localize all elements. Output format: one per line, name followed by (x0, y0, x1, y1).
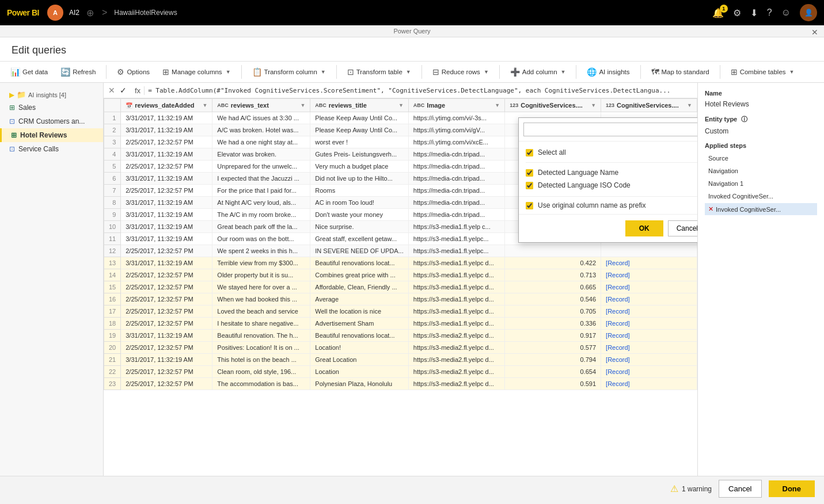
col-header-text[interactable]: ABC reviews_text ▼ (212, 99, 310, 112)
option2-checkbox[interactable] (526, 182, 533, 189)
settings-icon[interactable]: ⚙ (733, 7, 741, 18)
record-link[interactable]: [Record] (606, 332, 630, 339)
col-filter-text[interactable]: ▼ (300, 102, 305, 108)
applied-step[interactable]: Source (705, 152, 817, 164)
col-header-cog2[interactable]: 123 CognitiveServices.... ▼ (601, 99, 697, 112)
col-header-title[interactable]: ABC reviews_title ▼ (310, 99, 409, 112)
col-header-cog1[interactable]: 123 CognitiveServices.... ▼ (505, 99, 601, 112)
popup-option-1[interactable]: Detected Language Name (526, 166, 697, 179)
applied-step[interactable]: Invoked CognitiveSer... (705, 190, 817, 202)
row-number: 18 (104, 318, 121, 330)
cell-title: AC in room Too loud! (310, 197, 409, 209)
sidebar-item-sales[interactable]: ⊞ Sales (0, 101, 103, 114)
cell-record[interactable]: [Record] (601, 366, 697, 378)
step-label: Navigation (708, 167, 738, 174)
record-link[interactable]: [Record] (606, 259, 630, 266)
col-filter-date[interactable]: ▼ (202, 102, 207, 108)
cell-image: https://s3-media1.fl.yelpc d... (408, 306, 504, 318)
cell-record[interactable]: [Record] (601, 354, 697, 366)
step-label: Source (708, 155, 728, 162)
popup-ok-button[interactable]: OK (625, 220, 663, 236)
done-button[interactable]: Done (769, 480, 815, 497)
cell-record[interactable]: [Record] (601, 318, 697, 330)
cell-date: 2/25/2017, 12:32:57 PM (121, 269, 212, 281)
cell-record[interactable]: [Record] (601, 257, 697, 269)
reduce-rows-button[interactable]: ⊟ Reduce rows ▼ (428, 65, 493, 79)
applied-steps-title: Applied steps (705, 142, 817, 149)
combine-tables-button[interactable]: ⊞ Combine tables ▼ (726, 65, 799, 79)
col-header-image[interactable]: ABC Image ▼ (408, 99, 504, 112)
transform-table-button[interactable]: ⊡ Transform table ▼ (343, 65, 416, 79)
main-window: Edit queries 📊 Get data 🔄 Refresh ⚙ Opti… (0, 37, 824, 501)
record-link[interactable]: [Record] (606, 344, 630, 351)
sidebar-item-crm[interactable]: ⊡ CRM Customers an... (0, 114, 103, 128)
notification-button[interactable]: 🔔 1 (712, 7, 724, 18)
cell-text: At Night A/C very loud, als... (212, 197, 310, 209)
option1-checkbox[interactable] (526, 169, 533, 177)
bottom-cancel-button[interactable]: Cancel (719, 480, 761, 498)
col-header-date[interactable]: 📅 reviews_dateAdded ▼ (121, 99, 212, 112)
manage-columns-arrow: ▼ (226, 69, 231, 75)
cell-date: 2/25/2017, 12:32:57 PM (121, 136, 212, 148)
cell-record[interactable]: [Record] (601, 269, 697, 281)
options-button[interactable]: ⚙ Options (112, 65, 154, 79)
entity-type-info-icon[interactable]: ⓘ (741, 116, 747, 123)
row-number: 23 (104, 378, 121, 390)
popup-option-2[interactable]: Detected Language ISO Code (526, 179, 697, 192)
applied-step[interactable]: Navigation (705, 165, 817, 177)
formula-cancel-icon[interactable]: ✕ (107, 85, 116, 96)
col-filter-cog1[interactable]: ▼ (591, 102, 596, 108)
cell-record[interactable]: [Record] (601, 378, 697, 390)
select-all-checkbox[interactable] (526, 149, 533, 156)
cell-record[interactable]: [Record] (601, 342, 697, 354)
step-delete-icon[interactable]: ✕ (708, 205, 713, 213)
record-link[interactable]: [Record] (606, 356, 630, 363)
applied-step[interactable]: Navigation 1 (705, 178, 817, 189)
cell-image: https://media-cdn.tripad... (408, 148, 504, 161)
cell-record[interactable]: [Record] (601, 293, 697, 306)
add-column-button[interactable]: ➕ Add column ▼ (506, 65, 571, 79)
cell-score: 0.546 (505, 293, 601, 306)
formula-input[interactable]: = Table.AddColumn(#"Invoked CognitiveSer… (148, 87, 694, 94)
refresh-button[interactable]: 🔄 Refresh (56, 65, 100, 79)
col-icon-date: 📅 (126, 102, 132, 109)
record-link[interactable]: [Record] (606, 368, 630, 375)
record-link[interactable]: [Record] (606, 320, 630, 327)
cell-record[interactable]: [Record] (601, 330, 697, 342)
prefix-checkbox[interactable] (526, 202, 533, 209)
cell-record (601, 245, 697, 257)
popup-search-input[interactable] (523, 123, 697, 136)
transform-column-button[interactable]: 📋 Transform column ▼ (248, 65, 331, 79)
manage-columns-button[interactable]: ⊞ Manage columns ▼ (158, 65, 236, 79)
popup-cancel-button[interactable]: Cancel (668, 220, 697, 236)
map-to-standard-button[interactable]: 🗺 Map to standard (647, 65, 714, 79)
user-avatar[interactable]: A (47, 5, 63, 21)
col-filter-image[interactable]: ▼ (495, 102, 500, 108)
step-label: Invoked CognitiveSer... (716, 206, 781, 213)
formula-accept-icon[interactable]: ✓ (119, 85, 128, 96)
cell-score: 0.917 (505, 330, 601, 342)
record-link[interactable]: [Record] (606, 380, 630, 387)
pq-title: Power Query (393, 28, 430, 35)
download-icon[interactable]: ⬇ (750, 7, 758, 18)
get-data-button[interactable]: 📊 Get data (6, 65, 52, 79)
record-link[interactable]: [Record] (606, 272, 630, 278)
popup-select-all[interactable]: Select all (526, 146, 697, 159)
record-link[interactable]: [Record] (606, 284, 630, 291)
record-link[interactable]: [Record] (606, 296, 630, 303)
pq-close-button[interactable]: ✕ (811, 28, 818, 37)
col-filter-cog2[interactable]: ▼ (687, 102, 692, 108)
sidebar-group-ai-insights[interactable]: ▶ 📁 AI insights [4] (0, 87, 103, 101)
row-number: 13 (104, 257, 121, 269)
cell-record[interactable]: [Record] (601, 306, 697, 318)
smiley-icon[interactable]: ☺ (781, 7, 791, 18)
help-icon[interactable]: ? (767, 7, 772, 18)
ai-insights-button[interactable]: 🌐 AI insights (582, 65, 634, 79)
record-link[interactable]: [Record] (606, 308, 630, 315)
sidebar-item-service-calls[interactable]: ⊡ Service Calls (0, 142, 103, 156)
col-filter-title[interactable]: ▼ (398, 102, 404, 108)
profile-avatar[interactable]: 👤 (800, 4, 817, 21)
sidebar-item-hotel-reviews[interactable]: ⊞ Hotel Reviews (0, 128, 103, 142)
applied-step[interactable]: ✕Invoked CognitiveSer... (705, 203, 817, 215)
cell-record[interactable]: [Record] (601, 281, 697, 293)
